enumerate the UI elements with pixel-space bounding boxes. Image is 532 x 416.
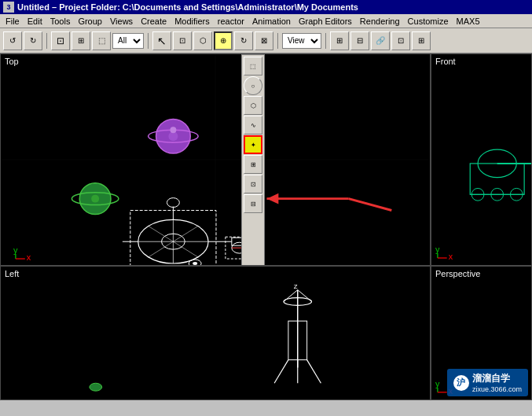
top-viewport-scene: y x x xyxy=(1,54,430,265)
menu-views[interactable]: Views xyxy=(106,16,137,27)
watermark-logo: 沪 溜溜自学 zixue.3066.com xyxy=(453,372,522,393)
watermark-brand: 溜溜自学 xyxy=(472,372,522,385)
menu-file[interactable]: File xyxy=(2,16,24,27)
unlink-button[interactable]: ⊟ xyxy=(350,31,369,50)
watermark-url: zixue.3066.com xyxy=(472,385,522,393)
front-viewport-scene: y x xyxy=(431,54,531,265)
select-object-button[interactable]: ⊡ xyxy=(51,31,70,50)
bind-to-space-warp-button[interactable]: 🔗 xyxy=(371,31,390,50)
front-viewport[interactable]: Front y x xyxy=(431,53,532,266)
vtool-circle-select[interactable]: ○ xyxy=(244,76,262,95)
front-viewport-label: Front xyxy=(435,57,456,66)
mirror-button[interactable]: ⊡ xyxy=(391,31,410,50)
region-select-button[interactable]: ⬚ xyxy=(92,31,111,50)
vtool-btn8[interactable]: ⊟ xyxy=(244,194,262,213)
left-viewport[interactable]: Left z xyxy=(0,266,431,400)
menu-customize[interactable]: Customize xyxy=(404,16,453,27)
svg-point-26 xyxy=(193,262,197,265)
toolbar-separator-2 xyxy=(148,33,149,49)
rotate-button[interactable]: ↻ xyxy=(234,31,253,50)
svg-point-57 xyxy=(90,383,102,391)
coordinate-system-dropdown[interactable]: View xyxy=(282,33,321,49)
svg-text:y: y xyxy=(435,379,440,388)
perspective-viewport-label: Perspective xyxy=(435,269,480,278)
left-viewport-scene: z xyxy=(1,267,430,399)
svg-point-9 xyxy=(91,195,99,203)
vtoolbar: ⬚ ○ ⬡ ∿ ✦ ⊞ ⊡ ⊟ xyxy=(241,54,265,266)
menu-edit[interactable]: Edit xyxy=(24,16,46,27)
link-button[interactable]: ⊞ xyxy=(330,31,349,50)
svg-text:y: y xyxy=(435,245,440,254)
watermark-icon: 沪 xyxy=(453,375,469,391)
viewports: Top ⬚ ○ ⬡ ∿ ✦ ⊞ ⊡ ⊟ xyxy=(0,53,532,400)
menubar: File Edit Tools Group Views Create Modif… xyxy=(0,14,532,28)
top-viewport-label: Top xyxy=(5,57,19,66)
left-viewport-label: Left xyxy=(5,269,19,278)
menu-graph-editors[interactable]: Graph Editors xyxy=(295,16,356,27)
vtool-fence-select[interactable]: ⬡ xyxy=(244,96,262,115)
app-title: Untitled – Project Folder: C:\Documents … xyxy=(17,2,358,12)
svg-rect-47 xyxy=(2,267,428,399)
move-button[interactable]: ⊕ xyxy=(214,31,233,50)
vtool-rect-select[interactable]: ⬚ xyxy=(244,57,262,75)
vtool-btn6[interactable]: ⊞ xyxy=(244,155,262,174)
select-by-name-button[interactable]: ⊞ xyxy=(72,31,90,50)
select-region-button[interactable]: ⊡ xyxy=(173,31,192,50)
svg-text:y: y xyxy=(13,245,18,255)
vtool-paint-select[interactable]: ✦ xyxy=(244,135,262,154)
titlebar: 3 Untitled – Project Folder: C:\Document… xyxy=(0,0,532,14)
selection-filter-dropdown[interactable]: All xyxy=(112,33,144,49)
menu-tools[interactable]: Tools xyxy=(46,16,75,27)
vtool-lasso-select[interactable]: ∿ xyxy=(244,116,262,134)
menu-modifiers[interactable]: Modifiers xyxy=(171,16,214,27)
svg-text:x: x xyxy=(449,252,453,261)
menu-rendering[interactable]: Rendering xyxy=(356,16,404,27)
undo-button[interactable]: ↺ xyxy=(3,31,22,50)
scale-button[interactable]: ⊠ xyxy=(255,31,273,50)
svg-point-6 xyxy=(170,127,176,133)
menu-max5[interactable]: MAX5 xyxy=(453,16,484,27)
menu-animation[interactable]: Animation xyxy=(248,16,295,27)
redo-button[interactable]: ↻ xyxy=(24,31,42,50)
menu-reactor[interactable]: reactor xyxy=(214,16,248,27)
toolbar: ↺ ↻ ⊡ ⊞ ⬚ All ↖ ⊡ ⬡ ⊕ ↻ ⊠ View ⊞ ⊟ 🔗 ⊡ ⊞ xyxy=(0,28,532,53)
toolbar-separator-1 xyxy=(46,33,47,49)
array-button[interactable]: ⊞ xyxy=(412,31,431,50)
watermark: 沪 溜溜自学 zixue.3066.com xyxy=(447,369,528,396)
svg-text:x: x xyxy=(27,252,31,262)
lasso-select-button[interactable]: ⬡ xyxy=(193,31,212,50)
menu-group[interactable]: Group xyxy=(74,16,106,27)
app-icon: 3 xyxy=(3,2,14,13)
svg-text:z: z xyxy=(294,282,298,290)
select-pointer-button[interactable]: ↖ xyxy=(152,31,171,50)
vtool-btn7[interactable]: ⊡ xyxy=(244,175,262,193)
toolbar-separator-4 xyxy=(325,33,326,49)
toolbar-separator-3 xyxy=(277,33,278,49)
top-viewport[interactable]: Top ⬚ ○ ⬡ ∿ ✦ ⊞ ⊡ ⊟ xyxy=(0,53,431,266)
menu-create[interactable]: Create xyxy=(137,16,171,27)
